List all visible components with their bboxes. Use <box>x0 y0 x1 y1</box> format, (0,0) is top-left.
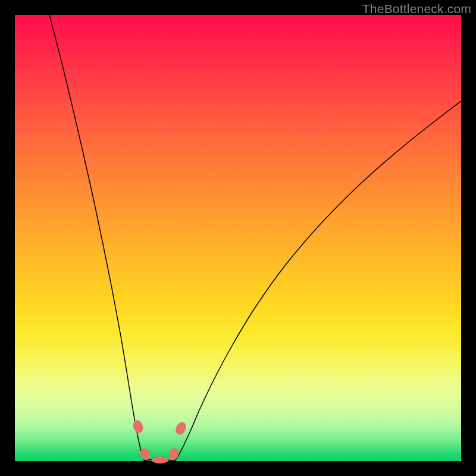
bottleneck-curve <box>49 15 461 462</box>
plot-area <box>15 15 461 461</box>
chart-frame: TheBottleneck.com <box>0 0 476 476</box>
marker-left-upper <box>131 419 145 434</box>
marker-bottom <box>152 456 168 464</box>
marker-right-lower <box>167 447 180 461</box>
marker-right-upper <box>174 421 188 437</box>
curve-layer <box>15 15 461 461</box>
watermark-text: TheBottleneck.com <box>362 2 471 16</box>
marker-group <box>131 419 188 464</box>
